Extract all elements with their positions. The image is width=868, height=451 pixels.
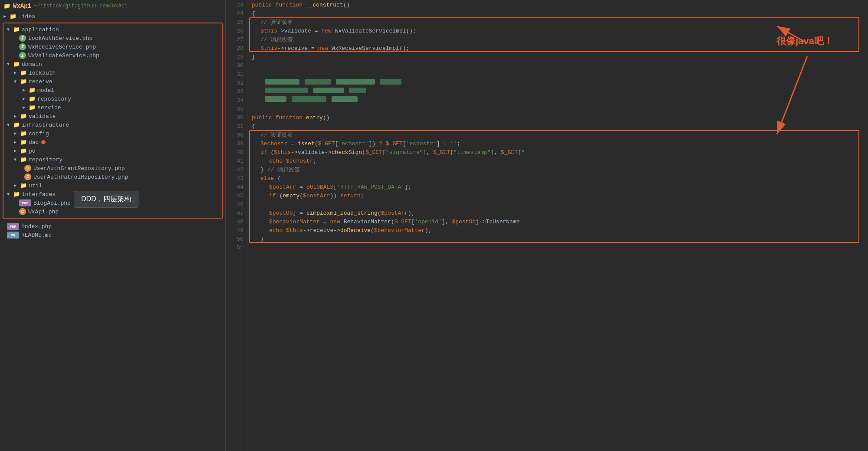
tree-item-util[interactable]: ► 📁 util	[3, 181, 222, 190]
folder-icon-receive: 📁	[20, 78, 27, 85]
folder-icon-po: 📁	[20, 147, 27, 154]
tree-item-service[interactable]: ► 📁 service	[3, 103, 222, 112]
arrow-right-validate: ►	[14, 114, 20, 119]
tree-item-lockauth-service[interactable]: I LockAuthService.php	[3, 34, 222, 42]
arrow-down-icon: ▼	[7, 27, 13, 32]
tree-item-wx-api[interactable]: C WxApi.php	[3, 207, 222, 216]
folder-name-application: application	[22, 26, 59, 33]
folder-name-idea: .idea	[18, 13, 35, 20]
tree-item-repository[interactable]: ► 📁 repository	[3, 95, 222, 103]
arrow-right-po: ►	[14, 149, 20, 154]
file-tree-panel: 📁 WxApi ~/itstack/git/github.com/WxApi ►…	[0, 0, 226, 451]
arrow-right-util: ►	[14, 183, 20, 188]
file-icon-php-blog: PHP	[19, 199, 31, 206]
code-line-47: $postObj = simplexml_load_string($postAr…	[252, 209, 868, 218]
folder-name-domain: domain	[22, 61, 42, 68]
folder-name-validate: validate	[29, 113, 56, 120]
tree-item-infrastructure[interactable]: ▼ 📁 infrastructure	[3, 121, 222, 129]
folder-name-config: config	[29, 131, 49, 137]
code-line-46	[252, 200, 868, 209]
folder-icon-service: 📁	[29, 104, 36, 111]
tree-item-application[interactable]: ▼ 📁 application	[3, 25, 222, 34]
file-name-wxreceive: WxReceiveService.php	[28, 44, 96, 50]
code-area: public function __construct() { // 验证签名 …	[247, 0, 868, 451]
arrow-right-model: ►	[23, 88, 29, 93]
folder-name-repo-infra: repository	[29, 157, 62, 163]
project-name: WxApi	[13, 3, 31, 10]
folder-icon-util: 📁	[20, 182, 27, 189]
code-line-24: {	[252, 10, 868, 18]
code-line-41: echo $echostr;	[252, 157, 868, 166]
code-line-27: // 消息应答	[252, 36, 868, 44]
project-header: 📁 WxApi ~/itstack/git/github.com/WxApi	[0, 0, 225, 12]
arrow-down-receive: ▼	[14, 79, 20, 84]
tree-item-validate[interactable]: ► 📁 validate	[3, 112, 222, 121]
project-folder-icon: 📁	[3, 3, 10, 10]
file-icon-green-i3: I	[19, 52, 26, 59]
folder-icon-config: 📁	[20, 130, 27, 137]
folder-icon-domain: 📁	[13, 61, 20, 68]
code-line-30	[252, 62, 868, 70]
code-line-40: if ($this->validate->checkSign($_GET["si…	[252, 148, 868, 157]
code-line-35	[252, 105, 868, 114]
tree-item-wxvalidate[interactable]: I WxValidateService.php	[3, 51, 222, 60]
arrow-right-lockauth: ►	[14, 71, 20, 75]
folder-name-model: model	[37, 87, 54, 94]
tree-item-idea[interactable]: ► 📁 .idea	[0, 12, 225, 21]
tree-orange-box: ▼ 📁 application I LockAuthService.php I …	[3, 23, 223, 219]
code-line-36: public function entry()	[252, 114, 868, 122]
tree-item-model[interactable]: ► 📁 model	[3, 86, 222, 95]
arrow-right-repo: ►	[23, 97, 29, 101]
code-editor-panel: 2324252627 2829303132 3334353637 3839404…	[226, 0, 868, 451]
file-icon-md-readme: MD	[7, 232, 19, 239]
code-line-43: else {	[252, 174, 868, 183]
bottom-files: PHP index.php MD README.md	[0, 220, 225, 241]
code-line-49: echo $this->receive->doReceive($behavior…	[252, 226, 868, 235]
file-name-readme: README.md	[21, 232, 52, 239]
tree-item-readme[interactable]: MD README.md	[3, 231, 222, 239]
file-icon-php-index: PHP	[7, 223, 19, 230]
tree-item-receive[interactable]: ▼ 📁 receive	[3, 77, 222, 86]
folder-name-infrastructure: infrastructure	[22, 122, 69, 128]
folder-icon-interfaces: 📁	[13, 191, 20, 198]
arrow-right-config: ►	[14, 131, 20, 136]
code-line-38: // 验证签名	[252, 131, 868, 140]
tree-item-index[interactable]: PHP index.php	[3, 222, 222, 231]
file-name-index: index.php	[21, 223, 52, 230]
ddd-tooltip: DDD，四层架构	[74, 191, 138, 208]
arrow-down-repo-infra: ▼	[14, 157, 20, 162]
file-icon-green-i2: I	[19, 43, 26, 50]
folder-icon: 📁	[13, 26, 20, 33]
folder-icon-model: 📁	[29, 87, 36, 94]
tree-item-config[interactable]: ► 📁 config	[3, 129, 222, 138]
folder-icon: 📁	[10, 13, 16, 20]
tree-item-wxreceive[interactable]: I WxReceiveService.php	[3, 42, 222, 51]
code-line-23: public function __construct()	[252, 1, 868, 10]
tree-item-po[interactable]: ► 📁 po	[3, 147, 222, 155]
folder-name-lockauth: lockauth	[29, 70, 56, 76]
folder-icon-validate: 📁	[20, 113, 27, 120]
file-icon-orange-c2: C	[24, 173, 31, 180]
project-path: ~/itstack/git/github.com/WxApi	[34, 3, 128, 9]
code-line-45: if (empty($postArr)) return;	[252, 192, 868, 200]
tree-item-repo-infra[interactable]: ▼ 📁 repository	[3, 155, 222, 164]
code-line-33	[252, 88, 868, 96]
folder-name-util: util	[29, 183, 42, 189]
code-line-28: $this->receive = new WxReceiveServiceImp…	[252, 44, 868, 53]
tree-item-user-auth-patrol[interactable]: C UserAuthPatrolRepository.php	[3, 173, 222, 181]
file-name-user-auth-grant: UserAuthGrantRepository.php	[33, 165, 125, 172]
folder-name-dao: dao	[29, 139, 39, 146]
file-name-wx-api: WxApi.php	[28, 209, 59, 215]
tree-item-lockauth[interactable]: ► 📁 lockauth	[3, 69, 222, 77]
folder-name-receive: receive	[29, 78, 53, 85]
file-name-lockauth: LockAuthService.php	[28, 35, 92, 42]
file-name-wxvalidate: WxValidateService.php	[28, 52, 99, 59]
tooltip-dot	[41, 140, 46, 144]
annotation-text: 很像java吧！	[776, 36, 833, 46]
tree-item-user-auth-grant[interactable]: C UserAuthGrantRepository.php	[3, 164, 222, 173]
file-icon-green-i: I	[19, 35, 26, 42]
code-line-32	[252, 79, 868, 88]
tree-item-dao[interactable]: ► 📁 dao	[3, 138, 222, 147]
code-line-44: $postArr = $GLOBALS['HTTP_RAW_POST_DATA'…	[252, 183, 868, 192]
tree-item-domain[interactable]: ▼ 📁 domain	[3, 60, 222, 69]
